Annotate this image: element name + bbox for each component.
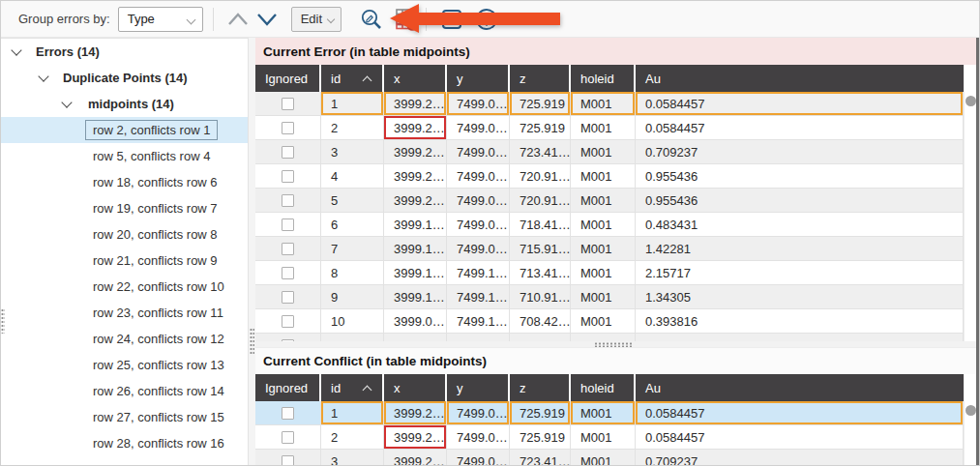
- id-cell[interactable]: 9: [321, 285, 384, 309]
- au-cell[interactable]: 0.709237: [636, 140, 964, 164]
- conflict-table-scrollbar[interactable]: [964, 374, 976, 466]
- holeid-cell[interactable]: M001: [571, 285, 636, 309]
- z-cell[interactable]: 720.91…: [510, 164, 571, 189]
- id-cell[interactable]: 1: [321, 401, 384, 425]
- ignored-checkbox[interactable]: [282, 194, 294, 207]
- au-cell[interactable]: 0.0584457: [636, 401, 964, 425]
- holeid-cell[interactable]: M001: [571, 116, 636, 140]
- tree-item-conflict-row[interactable]: row 2, conflicts row 1: [1, 117, 248, 143]
- au-cell[interactable]: 0.955436: [636, 189, 964, 213]
- id-cell[interactable]: 3: [321, 140, 384, 164]
- x-cell[interactable]: 3999.1…: [384, 261, 447, 285]
- z-cell[interactable]: 723.41…: [510, 450, 571, 466]
- holeid-cell[interactable]: M001: [571, 92, 636, 116]
- holeid-cell[interactable]: M001: [571, 140, 636, 164]
- horizontal-splitter[interactable]: [255, 341, 976, 347]
- z-cell[interactable]: 725.919: [510, 401, 571, 425]
- tree-group-duplicate[interactable]: Duplicate Points (14): [1, 65, 248, 91]
- tree-item-conflict-row[interactable]: row 21, conflicts row 9: [1, 248, 248, 274]
- holeid-cell[interactable]: M001: [571, 450, 636, 466]
- z-cell[interactable]: 718.41…: [510, 213, 571, 237]
- tree-item-conflict-row[interactable]: row 29, conflicts row 17: [1, 456, 248, 466]
- error-table-scrollbar[interactable]: [964, 65, 976, 341]
- column-header-id[interactable]: id: [321, 374, 384, 401]
- tree-item-conflict-row[interactable]: row 26, conflicts row 14: [1, 378, 248, 404]
- table-row[interactable]: 33999.2…7499.0…723.41…M0010.709237: [255, 140, 964, 164]
- x-cell[interactable]: 3999.2…: [384, 401, 447, 425]
- ignored-checkbox[interactable]: [282, 122, 294, 134]
- table-row[interactable]: 63999.1…7499.0…718.41…M0010.483431: [255, 213, 964, 237]
- column-header-y[interactable]: y: [447, 65, 510, 92]
- column-header-holeid[interactable]: holeid: [571, 65, 636, 92]
- column-header-x[interactable]: x: [384, 374, 447, 401]
- au-cell[interactable]: 0.0584457: [636, 116, 964, 140]
- ignored-checkbox[interactable]: [282, 218, 294, 231]
- column-header-ignored[interactable]: Ignored: [255, 65, 321, 92]
- tree-group-midpoints[interactable]: midpoints (14): [1, 91, 248, 117]
- tree-item-conflict-row[interactable]: row 25, conflicts row 13: [1, 352, 248, 378]
- table-row[interactable]: 73999.1…7499.0…715.91…M0011.42281: [255, 237, 964, 261]
- tree-item-conflict-row[interactable]: row 24, conflicts row 12: [1, 326, 248, 352]
- tree-item-conflict-row[interactable]: row 22, conflicts row 10: [1, 274, 248, 300]
- vertical-splitter[interactable]: [249, 38, 255, 466]
- ignored-checkbox[interactable]: [282, 407, 294, 420]
- id-cell[interactable]: 2: [321, 425, 384, 450]
- table-row[interactable]: 93999.1…7499.1…710.91…M0011.34305: [255, 285, 964, 309]
- x-cell[interactable]: 3999.2…: [384, 189, 447, 213]
- z-cell[interactable]: 725.919: [510, 92, 571, 116]
- table-row[interactable]: 43999.2…7499.0…720.91…M0010.955436: [255, 164, 964, 189]
- y-cell[interactable]: 7499.0…: [447, 140, 510, 164]
- tree-item-conflict-row[interactable]: row 27, conflicts row 15: [1, 404, 248, 430]
- x-cell[interactable]: 3999.2…: [384, 450, 447, 466]
- column-header-y[interactable]: y: [447, 374, 510, 401]
- holeid-cell[interactable]: M001: [571, 309, 636, 334]
- error-scrollbar-thumb[interactable]: [965, 96, 976, 106]
- id-cell[interactable]: 4: [321, 164, 384, 189]
- column-header-au[interactable]: Au: [636, 374, 964, 401]
- holeid-cell[interactable]: M001: [571, 261, 636, 285]
- au-cell[interactable]: 0.0584457: [636, 92, 964, 116]
- z-cell[interactable]: 713.41…: [510, 261, 571, 285]
- y-cell[interactable]: 7499.0…: [447, 92, 510, 116]
- table-row[interactable]: 83999.1…7499.1…713.41…M0012.15717: [255, 261, 964, 285]
- z-cell[interactable]: 710.91…: [510, 285, 571, 309]
- id-cell[interactable]: 5: [321, 189, 384, 213]
- table-row[interactable]: 53999.2…7499.0…720.91…M0010.955436: [255, 189, 964, 213]
- holeid-cell[interactable]: M001: [571, 425, 636, 450]
- x-cell[interactable]: 3999.2…: [384, 92, 447, 116]
- x-cell[interactable]: 3999.2…: [384, 140, 447, 164]
- table-row[interactable]: 23999.2…7499.0…725.919M0010.0584457: [255, 425, 964, 450]
- column-header-x[interactable]: x: [384, 65, 447, 92]
- ignored-checkbox[interactable]: [282, 291, 294, 304]
- holeid-cell[interactable]: M001: [571, 189, 636, 213]
- id-cell[interactable]: 6: [321, 213, 384, 237]
- x-cell[interactable]: 3999.2…: [384, 425, 447, 450]
- y-cell[interactable]: 7499.0…: [447, 450, 510, 466]
- column-header-ignored[interactable]: Ignored: [255, 374, 321, 401]
- ignored-checkbox[interactable]: [282, 315, 294, 328]
- holeid-cell[interactable]: M001: [571, 401, 636, 425]
- z-cell[interactable]: 720.91…: [510, 189, 571, 213]
- edit-dropdown-button[interactable]: Edit: [291, 7, 342, 32]
- au-cell[interactable]: 0.0584457: [636, 425, 964, 450]
- column-header-au[interactable]: Au: [636, 65, 964, 92]
- x-cell[interactable]: 3999.0…: [384, 334, 447, 341]
- left-splitter-grip[interactable]: [1, 308, 5, 334]
- ignored-checkbox[interactable]: [282, 455, 294, 466]
- au-cell[interactable]: 0.709237: [636, 450, 964, 466]
- z-cell[interactable]: 725.919: [510, 116, 571, 140]
- z-cell[interactable]: 723.41…: [510, 140, 571, 164]
- column-header-z[interactable]: z: [510, 374, 571, 401]
- au-cell[interactable]: 0.393816: [636, 309, 964, 334]
- conflict-scrollbar-thumb[interactable]: [965, 405, 976, 416]
- horizontal-splitter-grip[interactable]: [594, 342, 633, 347]
- x-cell[interactable]: 3999.1…: [384, 285, 447, 309]
- y-cell[interactable]: 7499.0…: [447, 116, 510, 140]
- id-cell[interactable]: 8: [321, 261, 384, 285]
- z-cell[interactable]: 715.91…: [510, 237, 571, 261]
- y-cell[interactable]: 7499.0…: [447, 189, 510, 213]
- holeid-cell[interactable]: M001: [571, 164, 636, 189]
- y-cell[interactable]: 7499.1…: [447, 261, 510, 285]
- ignored-checkbox[interactable]: [282, 243, 294, 255]
- au-cell[interactable]: 2.15717: [636, 261, 964, 285]
